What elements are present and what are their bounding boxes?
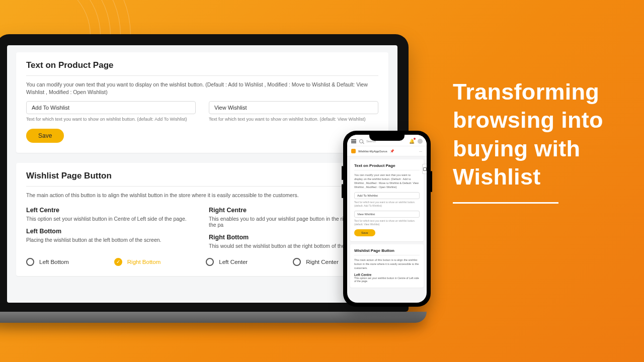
- card-description: You can modify your own text that you wa…: [26, 81, 378, 96]
- option-heading-left-centre: Left Centre: [354, 273, 420, 277]
- input-help-1: Text for which text you want to show on …: [354, 201, 420, 208]
- divider: [354, 255, 420, 255]
- save-button[interactable]: Save: [26, 129, 64, 143]
- app-name: Wishlist-MyAppGurus: [358, 150, 387, 153]
- avatar[interactable]: [418, 139, 423, 144]
- card-title: Text on Product Page: [354, 163, 420, 168]
- headline-text: Transforming browsing into buying with W…: [453, 78, 619, 191]
- phone-screen: Search 🔔 Wishlist-MyAppGurus 📌 ⋯ Text on…: [347, 135, 427, 303]
- radio-label: Left Bottom: [39, 259, 69, 265]
- input-help-2: Text for which text you want to show on …: [354, 219, 420, 226]
- app-logo-icon: [351, 149, 356, 153]
- card-title: Text on Product Page: [26, 60, 378, 70]
- option-desc-left-centre: This option set your wishlist button in …: [354, 277, 420, 283]
- radio-label: Left Center: [219, 259, 248, 265]
- phone-card-text-on-product-page: Text on Product Page You can modify your…: [350, 159, 424, 241]
- input-help-1: Text for which text you want to show on …: [26, 117, 196, 122]
- phone-notch: [369, 135, 405, 141]
- card-description: You can modify your own text that you wa…: [354, 173, 420, 190]
- save-button[interactable]: Save: [354, 229, 375, 236]
- laptop-screen: Text on Product Page You can modify your…: [7, 45, 397, 303]
- view-wishlist-input[interactable]: [209, 101, 378, 114]
- input-help-2: Text for which text you want to show on …: [209, 117, 378, 122]
- marketing-headline: Transforming browsing into buying with W…: [453, 78, 619, 204]
- radio-left-bottom[interactable]: Left Bottom: [26, 258, 69, 266]
- option-desc-left-bottom: Placing the wishlist button at the left …: [26, 237, 196, 243]
- radio-label: Right Bottom: [127, 259, 160, 265]
- pin-icon[interactable]: 📌: [390, 149, 394, 153]
- radio-right-center[interactable]: Right Center: [293, 258, 339, 266]
- card-description: The main action of this button is to ali…: [354, 258, 420, 270]
- radio-group-position: Left Bottom ✓Right Bottom Left Center Ri…: [26, 258, 378, 266]
- hamburger-icon[interactable]: [351, 139, 356, 143]
- card-title: Wishlist Page Button: [354, 248, 420, 253]
- side-tab-icon[interactable]: [422, 164, 427, 174]
- card-wishlist-page-button: Wishlist Page Button The main action of …: [16, 163, 388, 276]
- more-icon[interactable]: ⋯: [419, 149, 423, 153]
- radio-left-center[interactable]: Left Center: [206, 258, 248, 266]
- add-to-wishlist-input[interactable]: [26, 101, 196, 114]
- option-desc-left-centre: This option set your wishlist button in …: [26, 216, 196, 222]
- view-wishlist-input[interactable]: View Wishlist: [354, 211, 420, 218]
- phone-mock: Search 🔔 Wishlist-MyAppGurus 📌 ⋯ Text on…: [343, 131, 431, 307]
- add-to-wishlist-input[interactable]: Add To Wishlist: [354, 192, 420, 199]
- phone-card-wishlist-page-button: Wishlist Page Button The main action of …: [350, 244, 424, 288]
- card-description: The main action of this button is to ali…: [26, 192, 378, 199]
- divider: [354, 170, 420, 170]
- bell-icon[interactable]: 🔔: [409, 139, 415, 144]
- card-title: Wishlist Page Button: [26, 171, 378, 181]
- laptop-base: [0, 312, 427, 323]
- divider: [26, 75, 378, 76]
- radio-label: Right Center: [306, 259, 339, 265]
- radio-right-bottom[interactable]: ✓Right Bottom: [114, 258, 160, 266]
- search-icon[interactable]: [359, 139, 363, 143]
- phone-app-bar: Wishlist-MyAppGurus 📌 ⋯: [347, 146, 427, 156]
- divider: [26, 186, 378, 187]
- option-heading-left-bottom: Left Bottom: [26, 228, 196, 235]
- card-text-on-product-page: Text on Product Page You can modify your…: [16, 52, 388, 153]
- option-heading-left-centre: Left Centre: [26, 207, 196, 214]
- headline-underline: [453, 202, 558, 204]
